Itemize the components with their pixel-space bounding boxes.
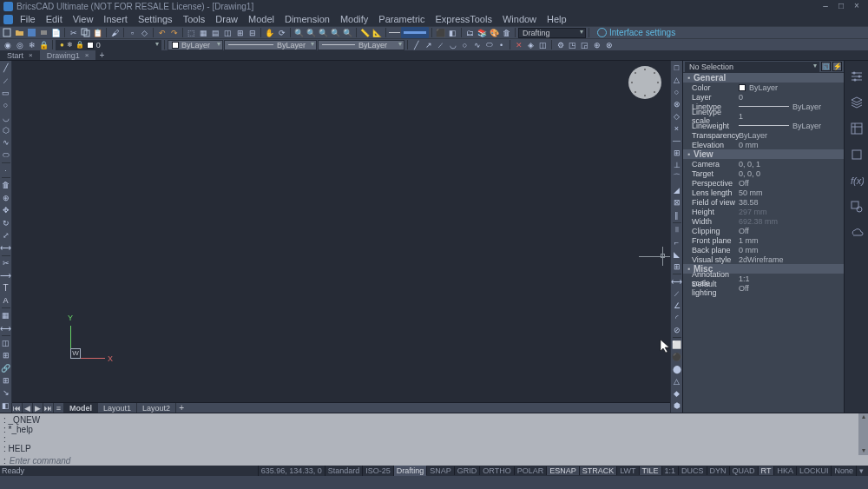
explorer-icon[interactable]: 🗂 xyxy=(464,27,476,38)
status-ducs[interactable]: DUCS xyxy=(678,466,707,475)
pt-icon[interactable]: • xyxy=(496,39,507,50)
ellipse2-icon[interactable]: ⬭ xyxy=(0,150,11,161)
arc-icon[interactable]: ◡ xyxy=(447,39,458,50)
leader-icon[interactable]: ↘ xyxy=(0,387,11,398)
minimize-button[interactable]: – xyxy=(818,1,833,13)
extend-icon[interactable]: ⟶ xyxy=(0,270,11,281)
mirror-icon[interactable]: ◫ xyxy=(537,39,549,50)
array-icon[interactable]: ⊞ xyxy=(671,261,682,272)
zoom-prev-icon[interactable]: 🔍 xyxy=(342,27,353,38)
linetype-dropdown[interactable]: ByLayer xyxy=(224,40,317,50)
snap-tan-icon[interactable]: ⌒ xyxy=(671,172,682,183)
layout-first-button[interactable]: ⏮ xyxy=(12,403,23,413)
status-ortho[interactable]: ORTHO xyxy=(479,466,513,475)
view-compass[interactable] xyxy=(628,66,661,99)
status-quad[interactable]: QUAD xyxy=(729,466,758,475)
3d-cone-icon[interactable]: △ xyxy=(671,376,682,387)
status-strack[interactable]: STRACK xyxy=(579,466,617,475)
tool-b-icon[interactable]: ▦ xyxy=(198,27,209,38)
redo-icon[interactable]: ↷ xyxy=(168,27,180,38)
status-lwt[interactable]: LWT xyxy=(616,466,638,475)
snap-ins-icon[interactable]: ⊞ xyxy=(671,148,682,158)
layer-manager-icon[interactable]: 📚 xyxy=(477,27,488,38)
open-icon[interactable] xyxy=(14,27,25,38)
history-scrollbar[interactable]: ▴ ▾ xyxy=(858,413,868,455)
print-icon[interactable] xyxy=(38,27,49,38)
group-view[interactable]: ▪View xyxy=(683,149,844,159)
preview-icon[interactable]: 📄 xyxy=(50,27,62,38)
param-icon[interactable]: ◇ xyxy=(139,27,150,38)
offset-icon[interactable]: ⫴ xyxy=(671,224,682,235)
snap-app-icon[interactable]: ⊠ xyxy=(671,197,682,208)
3d-cyl-icon[interactable]: ⬤ xyxy=(671,364,682,374)
status-menu-icon[interactable]: ▾ xyxy=(856,466,866,476)
layout-tab-l2[interactable]: Layout2 xyxy=(137,403,176,413)
layer-frz-icon[interactable]: ❄ xyxy=(26,39,37,50)
insert-icon[interactable]: ⊞ xyxy=(0,350,11,360)
zoom-extents-icon[interactable]: 🔍 xyxy=(330,27,341,38)
close-button[interactable]: × xyxy=(849,1,865,13)
status-coords[interactable]: 635.96, 134.33, 0 xyxy=(258,466,325,476)
close-icon[interactable]: × xyxy=(29,50,33,61)
lineweight-dropdown[interactable]: ByLayer xyxy=(318,40,404,50)
menu-help[interactable]: Help xyxy=(542,13,572,26)
snap-cen-icon[interactable]: ○ xyxy=(671,87,682,97)
thick-line-icon[interactable] xyxy=(401,27,429,38)
dim-lin-icon[interactable]: ⟷ xyxy=(671,276,682,287)
snap-int-icon[interactable]: × xyxy=(671,123,682,134)
spline-icon[interactable]: ∿ xyxy=(471,39,483,50)
3d-tool-icon[interactable]: ⬢ xyxy=(671,400,682,411)
tool-g-icon[interactable]: ⚙ xyxy=(555,39,566,50)
tool-e-icon[interactable]: ⊞ xyxy=(234,27,246,38)
clean-icon[interactable]: 🗑 xyxy=(501,27,512,38)
workspace-dropdown[interactable]: Drafting xyxy=(518,28,586,38)
layout-tab-l1[interactable]: Layout1 xyxy=(98,403,137,413)
new-icon[interactable] xyxy=(2,27,13,38)
table-icon[interactable]: ⊞ xyxy=(0,375,11,386)
status-rt[interactable]: RT xyxy=(758,466,774,475)
menu-expresstools[interactable]: ExpressTools xyxy=(431,13,497,26)
match-icon[interactable]: 🖌 xyxy=(109,27,121,38)
3d-more-icon[interactable]: ◆ xyxy=(671,388,682,399)
drawing-canvas[interactable]: W Y X xyxy=(12,61,670,402)
tool-k-icon[interactable]: ⊗ xyxy=(603,39,615,50)
menu-view[interactable]: View xyxy=(68,13,99,26)
area-icon[interactable]: 📐 xyxy=(372,27,383,38)
pick-button[interactable]: ◱ xyxy=(821,62,831,71)
layout-prev-button[interactable]: ◀ xyxy=(23,403,33,413)
quick-select-button[interactable]: ⚡ xyxy=(832,62,842,71)
status-snap[interactable]: SNAP xyxy=(426,466,454,475)
cloud-panel-icon[interactable] xyxy=(850,226,864,240)
layout-list-button[interactable]: ≡ xyxy=(54,403,64,413)
snap-node-icon[interactable]: ⊗ xyxy=(671,99,682,109)
materials-icon[interactable]: 🎨 xyxy=(489,27,500,38)
dim-icon[interactable]: ⟷ xyxy=(0,322,11,333)
save-icon[interactable] xyxy=(26,27,37,38)
block2-icon[interactable]: ◫ xyxy=(0,338,11,348)
menu-window[interactable]: Window xyxy=(497,13,542,26)
menu-dimension[interactable]: Dimension xyxy=(279,13,335,26)
ellipse-icon[interactable]: ⬭ xyxy=(483,39,495,50)
status-tile[interactable]: TILE xyxy=(639,466,661,475)
tool-c-icon[interactable]: ▤ xyxy=(210,27,221,38)
point-icon[interactable]: · xyxy=(0,165,11,175)
status-lockui[interactable]: LOCKUI xyxy=(796,466,832,475)
paste-icon[interactable]: 📋 xyxy=(92,27,103,38)
spline2-icon[interactable]: ∿ xyxy=(0,137,11,148)
arc2-icon[interactable]: ◡ xyxy=(0,113,11,123)
copy-icon[interactable] xyxy=(80,27,91,38)
polygon-icon[interactable]: ⬡ xyxy=(0,125,11,135)
menu-insert[interactable]: Insert xyxy=(98,13,133,26)
menu-settings[interactable]: Settings xyxy=(133,13,178,26)
layers-panel-icon[interactable] xyxy=(850,96,864,109)
menu-model[interactable]: Model xyxy=(243,13,279,26)
xline-icon[interactable]: ╱ xyxy=(411,39,422,50)
add-tab-button[interactable]: + xyxy=(95,50,108,60)
text-icon[interactable]: T xyxy=(0,282,11,293)
snap-quad-icon[interactable]: ◇ xyxy=(671,111,682,122)
interface-settings-link[interactable]: Interface settings xyxy=(592,28,681,37)
zoom-in-icon[interactable]: 🔍 xyxy=(293,27,305,38)
orbit-icon[interactable]: ⟳ xyxy=(276,27,287,38)
maximize-button[interactable]: □ xyxy=(833,1,849,13)
rotate-icon[interactable]: ↻ xyxy=(0,217,11,228)
